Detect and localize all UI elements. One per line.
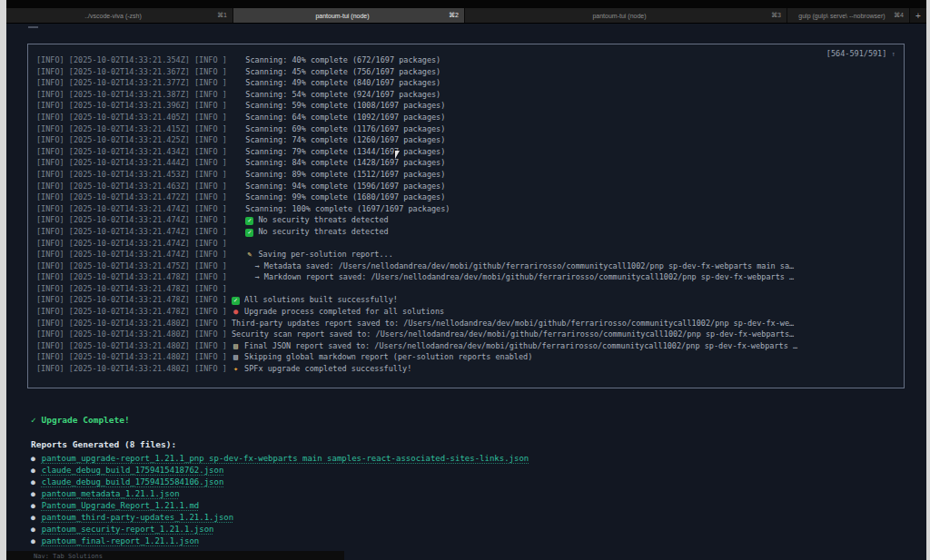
report-file-item: ●pantoum_final-report_1.21.1.json	[31, 535, 529, 547]
log-meta: [INFO] [2025-10-02T14:33:21.480Z] [INFO …	[36, 319, 232, 328]
report-file-link[interactable]: pantoum_metadata_1.21.1.json	[42, 489, 180, 498]
window-titlebar	[6, 0, 926, 8]
log-message: No security threats detected	[258, 227, 388, 236]
bullet-icon: ●	[31, 502, 35, 510]
party-icon: ✦	[232, 363, 240, 375]
log-meta: [INFO] [2025-10-02T14:33:21.463Z] [INFO …	[36, 182, 232, 191]
tab-1[interactable]: ../vscode-viva (-zsh)⌘1	[6, 8, 233, 23]
log-meta: [INFO] [2025-10-02T14:33:21.377Z] [INFO …	[36, 78, 232, 87]
log-message: Upgrade process completed for all soluti…	[244, 307, 444, 316]
log-meta: [INFO] [2025-10-02T14:33:21.453Z] [INFO …	[36, 170, 232, 179]
log-message: Scanning: 100% complete (1697/1697 packa…	[245, 204, 450, 213]
log-meta: [INFO] [2025-10-02T14:33:21.478Z] [INFO …	[36, 307, 232, 316]
spinner-dash	[28, 26, 38, 28]
check-icon: ✓	[245, 217, 253, 225]
tab-shortcut: ⌘4	[894, 12, 904, 19]
report-file-link[interactable]: claude_debug_build_1759415584106.json	[42, 477, 223, 486]
log-message: Scanning: 84% complete (1428/1697 packag…	[245, 158, 445, 167]
log-line: [INFO] [2025-10-02T14:33:21.354Z] [INFO …	[36, 54, 895, 66]
bullet-icon: ●	[31, 526, 35, 534]
tab-4[interactable]: gulp (gulp\ serve\ --nobrowser)⌘4	[787, 8, 910, 23]
log-meta: [INFO] [2025-10-02T14:33:21.444Z] [INFO …	[36, 158, 232, 167]
bullet-icon: ●	[31, 514, 35, 522]
log-message: Scanning: 74% complete (1260/1697 packag…	[245, 135, 445, 144]
log-meta: [INFO] [2025-10-02T14:33:21.480Z] [INFO …	[36, 352, 232, 361]
log-message: → Metadata saved: /Users/nellodandrea/de…	[255, 261, 795, 270]
report-file-link[interactable]: claude_debug_build_1759415418762.json	[42, 466, 223, 475]
log-line: [INFO] [2025-10-02T14:33:21.480Z] [INFO …	[36, 351, 895, 363]
bullet-icon: ●	[31, 467, 35, 475]
log-meta: [INFO] [2025-10-02T14:33:21.434Z] [INFO …	[36, 147, 232, 156]
status-bar: Nav: Tab Solutions	[6, 551, 344, 560]
log-message: Scanning: 64% complete (1092/1697 packag…	[245, 113, 445, 122]
log-line: [INFO] [2025-10-02T14:33:21.478Z] [INFO …	[36, 271, 895, 283]
cherry-icon: ●	[232, 306, 240, 318]
bullet-icon: ●	[31, 478, 35, 486]
log-meta: [INFO] [2025-10-02T14:33:21.480Z] [INFO …	[36, 329, 232, 339]
log-meta: [INFO] [2025-10-02T14:33:21.478Z] [INFO …	[36, 295, 232, 304]
log-meta: [INFO] [2025-10-02T14:33:21.480Z] [INFO …	[36, 364, 232, 373]
reports-generated-title: Reports Generated (8 files):	[31, 439, 176, 449]
log-line: [INFO] [2025-10-02T14:33:21.434Z] [INFO …	[36, 146, 895, 158]
new-tab-button[interactable]: +	[910, 8, 926, 23]
scroll-range-label: [564-591/591]	[826, 49, 887, 58]
log-message: Saving per-solution report...	[258, 250, 392, 259]
log-line: [INFO] [2025-10-02T14:33:21.396Z] [INFO …	[36, 100, 895, 112]
log-message: Security scan report saved to: /Users/ne…	[232, 329, 794, 339]
log-meta: [INFO] [2025-10-02T14:33:21.396Z] [INFO …	[36, 101, 232, 110]
tab-label: pantoum-tui (node)	[592, 13, 646, 19]
report-file-link[interactable]: pantoum_third-party-updates_1.21.1.json	[42, 513, 233, 522]
log-message: All solutions built successfully!	[244, 295, 398, 304]
log-meta: [INFO] [2025-10-02T14:33:21.480Z] [INFO …	[36, 341, 232, 350]
log-meta: [INFO] [2025-10-02T14:33:21.474Z] [INFO …	[36, 239, 232, 248]
clipboard-icon: ▤	[232, 340, 240, 352]
tab-strip: ../vscode-viva (-zsh)⌘1pantoum-tui (node…	[6, 8, 910, 23]
report-file-link[interactable]: pantoum_security-report_1.21.1.json	[42, 525, 214, 534]
log-message: Third-party updates report saved to: /Us…	[232, 319, 794, 328]
log-meta: [INFO] [2025-10-02T14:33:21.474Z] [INFO …	[36, 204, 232, 213]
log-line: [INFO] [2025-10-02T14:33:21.478Z] [INFO …	[36, 294, 895, 306]
log-meta: [INFO] [2025-10-02T14:33:21.415Z] [INFO …	[36, 124, 232, 133]
log-meta: [INFO] [2025-10-02T14:33:21.405Z] [INFO …	[36, 113, 232, 122]
log-message: → Markdown report saved: /Users/nellodan…	[255, 272, 795, 281]
log-line: [INFO] [2025-10-02T14:33:21.474Z] [INFO …	[36, 214, 895, 226]
terminal-window: ../vscode-viva (-zsh)⌘1pantoum-tui (node…	[6, 0, 926, 560]
report-file-item: ●pantoum_security-report_1.21.1.json	[31, 524, 529, 535]
log-meta: [INFO] [2025-10-02T14:33:21.478Z] [INFO …	[36, 272, 232, 281]
terminal-content: [564-591/591] ↑ [INFO] [2025-10-02T14:33…	[6, 24, 926, 560]
log-meta: [INFO] [2025-10-02T14:33:21.354Z] [INFO …	[36, 55, 232, 64]
log-line: [INFO] [2025-10-02T14:33:21.480Z] [INFO …	[36, 363, 895, 375]
upgrade-complete-label: Upgrade Complete!	[41, 415, 129, 425]
tab-label: ../vscode-viva (-zsh)	[84, 13, 142, 19]
tab-2[interactable]: pantoum-tui (node)⌘2	[233, 8, 465, 23]
log-message: SPFx upgrade completed successfully!	[244, 364, 411, 373]
report-file-link[interactable]: pantoum_upgrade-report_1.21.1_pnp sp-dev…	[42, 454, 529, 463]
report-file-item: ●Pantoum_Upgrade_Report_1.21.1.md	[31, 500, 529, 512]
log-meta: [INFO] [2025-10-02T14:33:21.367Z] [INFO …	[36, 67, 232, 76]
log-panel[interactable]: [564-591/591] ↑ [INFO] [2025-10-02T14:33…	[27, 44, 905, 388]
report-file-item: ●pantoum_third-party-updates_1.21.1.json	[31, 512, 529, 524]
tab-3[interactable]: pantoum-tui (node)⌘3	[465, 8, 787, 23]
tab-shortcut: ⌘3	[771, 12, 781, 19]
tab-shortcut: ⌘1	[217, 12, 227, 19]
log-meta: [INFO] [2025-10-02T14:33:21.472Z] [INFO …	[36, 192, 232, 201]
bullet-icon: ●	[31, 455, 35, 463]
log-meta: [INFO] [2025-10-02T14:33:21.474Z] [INFO …	[36, 250, 232, 259]
report-file-link[interactable]: pantoum_final-report_1.21.1.json	[42, 536, 199, 545]
report-file-link[interactable]: Pantoum_Upgrade_Report_1.21.1.md	[42, 501, 199, 510]
log-message: Scanning: 94% complete (1596/1697 packag…	[245, 182, 445, 191]
bullet-icon: ●	[31, 490, 35, 498]
log-line: [INFO] [2025-10-02T14:33:21.367Z] [INFO …	[36, 66, 895, 78]
tab-label: gulp (gulp\ serve\ --nobrowser)	[798, 13, 885, 19]
log-line: [INFO] [2025-10-02T14:33:21.453Z] [INFO …	[36, 169, 895, 181]
log-message: Scanning: 89% complete (1512/1697 packag…	[245, 170, 445, 179]
mouse-cursor	[395, 151, 400, 159]
page-icon: ▤	[232, 351, 240, 363]
memo-icon: ✎	[245, 249, 253, 260]
log-message: No security threats detected	[258, 215, 388, 224]
log-message: Scanning: 45% complete (756/1697 package…	[245, 67, 440, 76]
log-line: [INFO] [2025-10-02T14:33:21.425Z] [INFO …	[36, 134, 895, 146]
log-message: Scanning: 54% complete (924/1697 package…	[245, 90, 440, 99]
log-message: Final JSON report saved to: /Users/nello…	[244, 341, 797, 350]
report-file-item: ●claude_debug_build_1759415584106.json	[31, 476, 529, 488]
